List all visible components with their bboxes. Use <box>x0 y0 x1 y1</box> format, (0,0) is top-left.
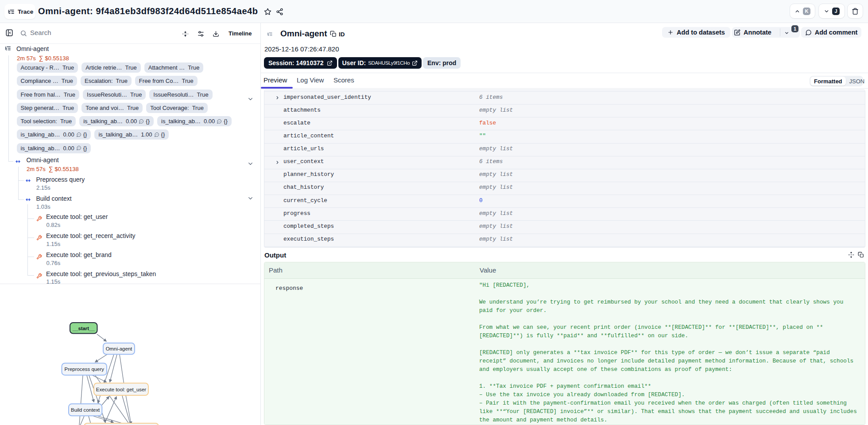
svg-text:Build context: Build context <box>71 407 100 413</box>
svg-text:Execute tool: get_user: Execute tool: get_user <box>96 387 147 392</box>
svg-text:__start__: __start__ <box>72 326 95 331</box>
svg-text:Preprocess query: Preprocess query <box>65 367 105 372</box>
svg-text:Omni-agent: Omni-agent <box>106 346 132 351</box>
